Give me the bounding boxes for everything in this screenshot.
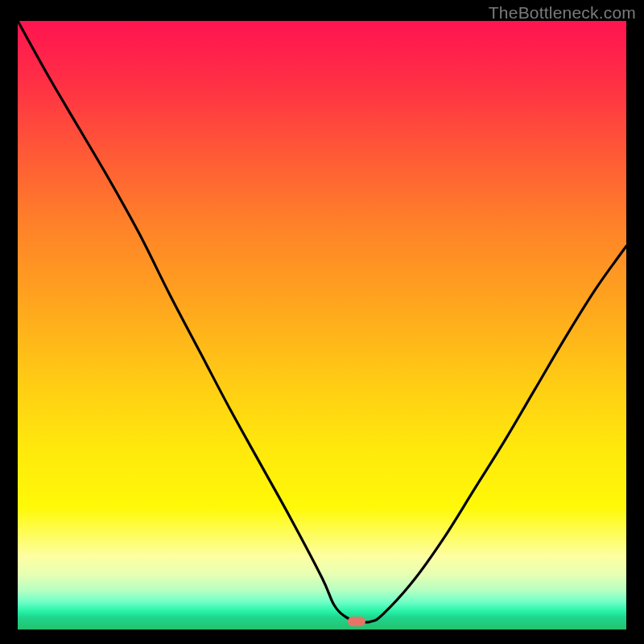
plot-area <box>18 21 626 630</box>
min-marker <box>348 617 365 626</box>
chart-frame: TheBottleneck.com <box>0 0 644 644</box>
bottleneck-curve <box>18 21 626 630</box>
watermark-text: TheBottleneck.com <box>489 3 636 23</box>
